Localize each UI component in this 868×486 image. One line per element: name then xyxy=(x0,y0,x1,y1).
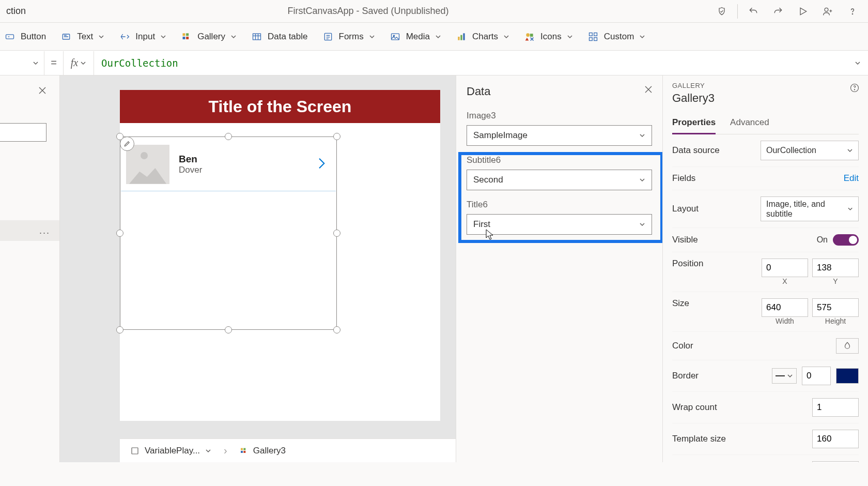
breadcrumb-separator xyxy=(221,445,230,457)
data-field-select[interactable]: Second xyxy=(467,170,652,190)
help-icon[interactable] xyxy=(841,0,864,23)
data-field-value: Second xyxy=(473,175,503,185)
gallery-control[interactable]: Ben Dover xyxy=(120,136,337,330)
insert-media[interactable]: Media xyxy=(390,31,441,42)
svg-point-0 xyxy=(825,8,828,11)
insert-forms[interactable]: Forms xyxy=(322,31,375,42)
chevron-down-icon xyxy=(847,147,853,154)
size-height-input[interactable] xyxy=(812,298,859,317)
chevron-down-icon xyxy=(787,373,793,379)
gallery-item-chevron-icon[interactable] xyxy=(317,157,326,172)
datasource-select[interactable]: OurCollection xyxy=(761,141,859,160)
prop-templatesize: Template size xyxy=(672,423,859,455)
resize-handle[interactable] xyxy=(116,230,123,237)
formula-expand-button[interactable] xyxy=(847,60,868,66)
prop-label: Template size xyxy=(672,434,726,444)
insert-icons[interactable]: Icons xyxy=(524,31,573,42)
datasource-value: OurCollection xyxy=(766,146,816,155)
data-field-select[interactable]: First xyxy=(467,214,652,235)
redo-icon[interactable] xyxy=(767,0,789,23)
insert-forms-label: Forms xyxy=(339,32,364,42)
prop-size: Size Width Height xyxy=(672,292,859,332)
color-picker[interactable] xyxy=(836,338,859,354)
insert-gallery-label: Gallery xyxy=(197,32,225,42)
tab-advanced[interactable]: Advanced xyxy=(730,114,769,134)
svg-rect-22 xyxy=(241,448,243,450)
border-style-select[interactable] xyxy=(772,368,797,384)
media-icon xyxy=(390,31,401,42)
data-field-image: Image3 SampleImage xyxy=(467,111,652,146)
insert-charts[interactable]: Charts xyxy=(456,31,509,42)
prop-wrapcount: Wrap count xyxy=(672,392,859,423)
data-panel-close-button[interactable] xyxy=(644,85,653,96)
insert-text[interactable]: Text xyxy=(60,31,104,42)
svg-rect-13 xyxy=(460,35,462,40)
tree-view-panel: ... xyxy=(0,75,60,462)
chevron-down-icon xyxy=(639,132,645,139)
insert-ribbon: Button Text Input Gallery Data table For… xyxy=(0,23,868,51)
panel-help-icon[interactable] xyxy=(849,83,860,95)
wrapcount-input[interactable] xyxy=(812,398,859,417)
templatesize-input[interactable] xyxy=(812,430,859,448)
gallery-template-item[interactable]: Ben Dover xyxy=(121,138,336,191)
tree-search-input[interactable] xyxy=(0,123,47,142)
svg-rect-21 xyxy=(132,448,138,454)
visible-toggle[interactable] xyxy=(833,234,859,246)
share-icon[interactable] xyxy=(816,0,839,23)
tree-item-more-icon[interactable]: ... xyxy=(39,225,50,236)
prop-label: Fields xyxy=(672,173,695,184)
resize-handle[interactable] xyxy=(116,326,123,333)
svg-rect-5 xyxy=(186,33,189,36)
position-x-input[interactable] xyxy=(762,259,808,277)
canvas-area: Title of the Screen Ben xyxy=(60,75,456,462)
properties-panel: GALLERY Gallery3 Properties Advanced Dat… xyxy=(662,75,868,462)
formula-input[interactable] xyxy=(94,51,847,75)
size-width-input[interactable] xyxy=(762,298,808,317)
prop-position: Position X Y xyxy=(672,252,859,292)
tab-properties[interactable]: Properties xyxy=(672,114,716,134)
app-checker-icon[interactable] xyxy=(710,0,733,23)
insert-button[interactable]: Button xyxy=(4,31,46,42)
breadcrumb-gallery[interactable]: Gallery3 xyxy=(240,446,286,456)
screen-canvas[interactable]: Title of the Screen Ben xyxy=(120,90,440,421)
insert-input-label: Input xyxy=(135,32,155,42)
prop-label: Color xyxy=(672,341,693,351)
insert-datatable[interactable]: Data table xyxy=(251,31,308,42)
prop-label: Border xyxy=(672,371,699,381)
property-selector[interactable] xyxy=(0,51,44,75)
layout-select[interactable]: Image, title, and subtitle xyxy=(761,196,859,221)
resize-handle[interactable] xyxy=(333,230,340,237)
resize-handle[interactable] xyxy=(333,326,340,333)
edit-template-icon[interactable] xyxy=(120,136,134,151)
app-title: FirstCanvasApp - Saved (Unpublished) xyxy=(26,6,710,17)
forms-icon xyxy=(322,31,334,42)
position-y-input[interactable] xyxy=(812,259,859,277)
insert-custom[interactable]: Custom xyxy=(587,31,646,42)
tree-item-selected[interactable]: ... xyxy=(0,220,59,241)
insert-charts-label: Charts xyxy=(472,32,498,42)
chevron-down-icon xyxy=(160,34,166,40)
gallery-item-title: Ben xyxy=(179,154,202,165)
tree-close-button[interactable] xyxy=(38,86,47,97)
svg-rect-16 xyxy=(530,34,533,37)
icons-icon xyxy=(524,31,535,42)
data-panel: Data Image3 SampleImage Subtitle6 Second… xyxy=(456,75,662,462)
svg-rect-19 xyxy=(589,37,592,40)
prop-label: Layout xyxy=(672,204,699,214)
border-width-input[interactable] xyxy=(802,367,831,385)
data-panel-title: Data xyxy=(467,85,652,98)
insert-input[interactable]: Input xyxy=(119,31,166,42)
prop-label: Wrap count xyxy=(672,402,717,413)
templatepadding-input[interactable] xyxy=(812,461,859,462)
fields-edit-link[interactable]: Edit xyxy=(844,173,859,184)
fx-button[interactable]: fx xyxy=(63,51,94,75)
data-field-select[interactable]: SampleImage xyxy=(467,125,652,146)
breadcrumb-screen[interactable]: VariablePlay... xyxy=(130,446,211,456)
undo-icon[interactable] xyxy=(742,0,765,23)
data-field-label: Image3 xyxy=(467,111,652,121)
insert-gallery[interactable]: Gallery xyxy=(181,31,237,42)
border-color-picker[interactable] xyxy=(836,368,859,384)
play-icon[interactable] xyxy=(792,0,814,23)
resize-handle[interactable] xyxy=(225,326,232,333)
divider xyxy=(737,4,738,19)
